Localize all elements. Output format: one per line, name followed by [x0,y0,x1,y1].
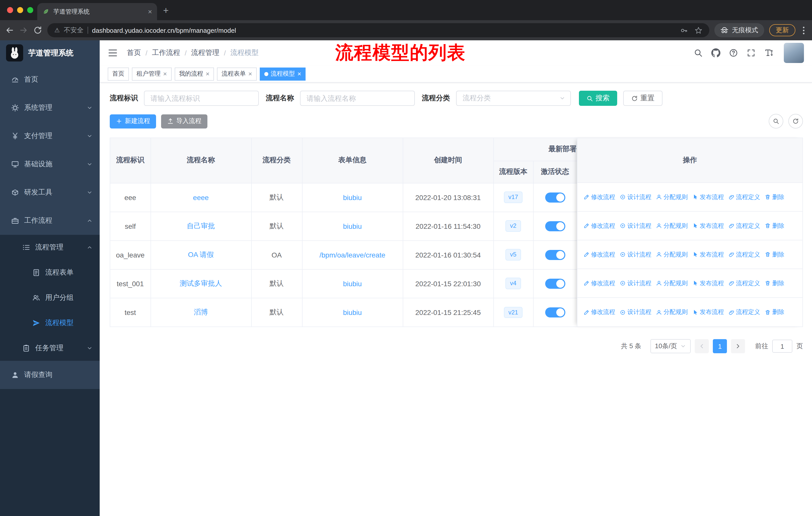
sidebar-item-process-form[interactable]: 流程表单 [0,260,100,285]
modify-flow-link[interactable]: 修改流程 [583,250,615,259]
flow-name-link[interactable]: eeee [193,193,209,201]
sidebar-item-workflow[interactable]: 工作流程 [0,207,100,235]
forward-button[interactable] [19,26,28,35]
active-toggle[interactable] [545,278,565,289]
flow-definition-link[interactable]: 流程定义 [728,308,760,317]
goto-page-input[interactable] [772,340,792,353]
sidebar-item-home[interactable]: 首页 [0,65,100,94]
toggle-search-button[interactable] [769,114,783,129]
close-icon[interactable]: × [163,71,167,77]
browser-tab[interactable]: 芋道管理系统 × [37,3,157,20]
update-button[interactable]: 更新 [769,24,795,36]
github-icon[interactable] [711,48,720,57]
fullscreen-icon[interactable] [747,48,756,57]
publish-flow-link[interactable]: 发布流程 [692,250,724,259]
flow-name-input[interactable] [300,91,415,106]
prev-page-button[interactable] [695,339,709,353]
window-zoom-button[interactable] [27,7,33,13]
sidebar-item-leave-query[interactable]: 请假查询 [0,361,100,389]
active-toggle[interactable] [545,221,565,231]
assign-rule-link[interactable]: 分配规则 [656,250,688,259]
tag-home[interactable]: 首页 [108,67,129,80]
back-button[interactable] [5,26,14,35]
modify-flow-link[interactable]: 修改流程 [583,308,615,317]
flow-definition-link[interactable]: 流程定义 [728,221,760,230]
assign-rule-link[interactable]: 分配规则 [656,193,688,201]
design-flow-link[interactable]: 设计流程 [620,250,651,259]
delete-link[interactable]: 删除 [765,308,784,317]
assign-rule-link[interactable]: 分配规则 [656,308,688,317]
sidebar-item-payment[interactable]: 支付管理 [0,122,100,150]
breadcrumb-home[interactable]: 首页 [127,48,141,57]
close-icon[interactable]: × [248,71,252,77]
reload-button[interactable] [33,26,42,35]
help-icon[interactable] [729,48,738,57]
password-key-icon[interactable] [680,26,688,34]
tag-flow-model[interactable]: 流程模型 × [260,67,306,80]
sidebar-toggle-button[interactable] [108,48,118,58]
sidebar-item-dev-tools[interactable]: 研发工具 [0,179,100,207]
flow-id-input[interactable] [144,91,259,106]
active-toggle[interactable] [545,192,565,202]
flow-definition-link[interactable]: 流程定义 [728,279,760,288]
page-1-button[interactable]: 1 [713,339,727,353]
publish-flow-link[interactable]: 发布流程 [692,221,724,230]
flow-name-link[interactable]: 滔博 [194,308,208,316]
user-avatar[interactable] [784,43,804,63]
design-flow-link[interactable]: 设计流程 [620,279,651,288]
flow-definition-link[interactable]: 流程定义 [728,193,760,201]
close-icon[interactable]: × [297,71,301,77]
publish-flow-link[interactable]: 发布流程 [692,193,724,201]
form-info-link[interactable]: biubiu [343,222,362,230]
modify-flow-link[interactable]: 修改流程 [583,221,615,230]
delete-link[interactable]: 删除 [765,279,784,288]
assign-rule-link[interactable]: 分配规则 [656,279,688,288]
design-flow-link[interactable]: 设计流程 [620,221,651,230]
form-info-link[interactable]: biubiu [343,308,362,317]
form-info-link[interactable]: /bpm/oa/leave/create [319,251,385,259]
search-icon[interactable] [694,48,703,57]
page-size-select[interactable]: 10条/页 [650,339,691,353]
tag-my-flow[interactable]: 我的流程 × [174,67,214,80]
tag-tenant[interactable]: 租户管理 × [132,67,171,80]
bookmark-star-icon[interactable] [695,26,702,34]
delete-link[interactable]: 删除 [765,221,784,230]
sidebar-item-user-group[interactable]: 用户分组 [0,285,100,310]
flow-definition-link[interactable]: 流程定义 [728,250,760,259]
search-button[interactable]: 搜索 [579,91,617,106]
reset-button[interactable]: 重置 [623,91,663,106]
sidebar-item-system[interactable]: 系统管理 [0,94,100,122]
active-toggle[interactable] [545,307,565,318]
delete-link[interactable]: 删除 [765,193,784,201]
modify-flow-link[interactable]: 修改流程 [583,279,615,288]
tab-close-icon[interactable]: × [148,8,152,15]
design-flow-link[interactable]: 设计流程 [620,308,651,317]
sidebar-item-task-management[interactable]: 任务管理 [0,335,100,361]
close-icon[interactable]: × [206,71,209,77]
window-close-button[interactable] [7,7,13,13]
publish-flow-link[interactable]: 发布流程 [692,279,724,288]
flow-name-link[interactable]: OA 请假 [188,250,214,258]
form-info-link[interactable]: biubiu [343,193,362,201]
design-flow-link[interactable]: 设计流程 [620,193,651,201]
publish-flow-link[interactable]: 发布流程 [692,308,724,317]
font-size-icon[interactable] [764,48,773,57]
refresh-table-button[interactable] [788,114,803,129]
form-info-link[interactable]: biubiu [343,279,362,288]
address-bar[interactable]: ⚠ 不安全 dashboard.yudao.iocoder.cn/bpm/man… [47,23,709,37]
breadcrumb-process-management[interactable]: 流程管理 [191,48,220,57]
breadcrumb-workflow[interactable]: 工作流程 [152,48,180,57]
new-tab-button[interactable]: + [163,5,169,16]
browser-menu-button[interactable] [801,26,807,34]
sidebar-item-infrastructure[interactable]: 基础设施 [0,150,100,179]
modify-flow-link[interactable]: 修改流程 [583,193,615,201]
flow-name-link[interactable]: 自己审批 [187,221,215,229]
sidebar-item-process-model[interactable]: 流程模型 [0,310,100,335]
flow-category-select[interactable]: 流程分类 [456,91,571,106]
window-minimize-button[interactable] [17,7,23,13]
flow-name-link[interactable]: 测试多审批人 [180,279,222,287]
create-flow-button[interactable]: 新建流程 [110,114,156,128]
active-toggle[interactable] [545,250,565,260]
import-flow-button[interactable]: 导入流程 [161,114,207,128]
sidebar-item-process-management[interactable]: 流程管理 [0,235,100,260]
